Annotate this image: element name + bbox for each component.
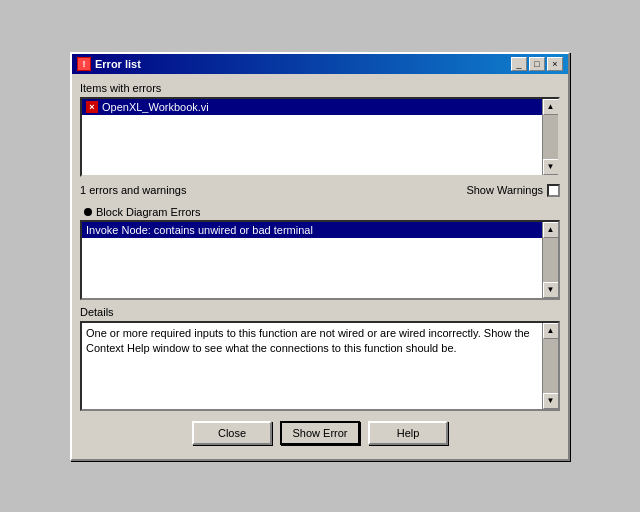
error-x-icon: × (86, 101, 98, 113)
details-label: Details (80, 306, 560, 318)
close-button[interactable]: Close (192, 421, 272, 445)
details-scroll-track[interactable] (543, 339, 559, 393)
errors-category-label: Block Diagram Errors (96, 206, 201, 218)
scroll-track[interactable] (543, 115, 559, 159)
help-button[interactable]: Help (368, 421, 448, 445)
details-section: Details One or more required inputs to t… (80, 306, 560, 411)
show-warnings-checkbox[interactable] (547, 184, 560, 197)
bullet-icon (84, 208, 92, 216)
titlebar-buttons[interactable]: _ □ × (511, 57, 563, 71)
details-scroll-down-icon: ▼ (547, 396, 555, 405)
scroll-up-icon: ▲ (547, 102, 555, 111)
errors-scroll-down-button[interactable]: ▼ (543, 282, 559, 298)
errors-category: Block Diagram Errors (80, 204, 560, 220)
close-button[interactable]: × (547, 57, 563, 71)
errors-list: Invoke Node: contains unwired or bad ter… (82, 222, 542, 298)
error-detail-item[interactable]: Invoke Node: contains unwired or bad ter… (82, 222, 542, 238)
error-list-window: ! Error list _ □ × Items with errors × O… (70, 52, 570, 461)
details-scroll-up-button[interactable]: ▲ (543, 323, 559, 339)
items-listbox[interactable]: × OpenXL_Workbook.vi ▲ ▼ (80, 97, 560, 177)
errors-scroll-up-button[interactable]: ▲ (543, 222, 559, 238)
details-text: One or more required inputs to this func… (82, 323, 542, 409)
details-scrollbar[interactable]: ▲ ▼ (542, 323, 558, 409)
scroll-down-icon: ▼ (547, 162, 555, 171)
errors-scrollbar[interactable]: ▲ ▼ (542, 222, 558, 298)
items-label: Items with errors (80, 82, 560, 94)
error-item[interactable]: × OpenXL_Workbook.vi (82, 99, 542, 115)
details-box: One or more required inputs to this func… (80, 321, 560, 411)
scroll-up-button[interactable]: ▲ (543, 99, 559, 115)
titlebar-left: ! Error list (77, 57, 141, 71)
status-text: 1 errors and warnings (80, 184, 186, 196)
error-detail-text: Invoke Node: contains unwired or bad ter… (86, 224, 313, 236)
titlebar: ! Error list _ □ × (72, 54, 568, 74)
show-warnings-container[interactable]: Show Warnings (466, 184, 560, 197)
details-scroll-down-button[interactable]: ▼ (543, 393, 559, 409)
window-icon: ! (77, 57, 91, 71)
error-item-text: OpenXL_Workbook.vi (102, 101, 209, 113)
window-title: Error list (95, 58, 141, 70)
scroll-down-button[interactable]: ▼ (543, 159, 559, 175)
errors-listbox[interactable]: Invoke Node: contains unwired or bad ter… (80, 220, 560, 300)
maximize-button[interactable]: □ (529, 57, 545, 71)
errors-section: Block Diagram Errors Invoke Node: contai… (80, 204, 560, 300)
buttons-row: Close Show Error Help (80, 421, 560, 445)
errors-scroll-track[interactable] (543, 238, 559, 282)
errors-scroll-up-icon: ▲ (547, 225, 555, 234)
minimize-button[interactable]: _ (511, 57, 527, 71)
errors-scroll-down-icon: ▼ (547, 285, 555, 294)
window-content: Items with errors × OpenXL_Workbook.vi ▲… (72, 74, 568, 459)
details-scroll-up-icon: ▲ (547, 326, 555, 335)
items-list: × OpenXL_Workbook.vi (82, 99, 542, 175)
show-error-button[interactable]: Show Error (280, 421, 360, 445)
show-warnings-label: Show Warnings (466, 184, 543, 196)
status-bar: 1 errors and warnings Show Warnings (80, 181, 560, 200)
items-scrollbar[interactable]: ▲ ▼ (542, 99, 558, 175)
